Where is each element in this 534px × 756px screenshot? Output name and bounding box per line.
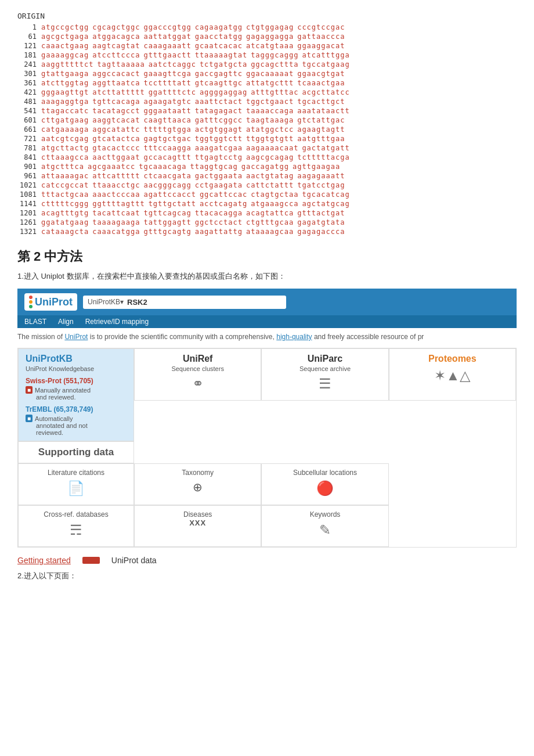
seq-bases: atgctttcaagcgaaatcctgcaaacagattaggtgcagg…	[39, 162, 356, 171]
getting-started-link[interactable]: Getting started	[17, 556, 71, 565]
nav-blast[interactable]: BLAST	[24, 318, 46, 326]
crossref-icon: ☴	[26, 522, 127, 538]
supporting-data-row: Supporting data	[18, 441, 516, 463]
seq-number: 1321	[17, 227, 39, 236]
search-dropdown[interactable]: UniProtKB▾	[88, 298, 124, 306]
nav-align[interactable]: Align	[58, 318, 74, 326]
swissprot-row: Swiss-Prot (551,705)	[26, 377, 127, 385]
supporting-data-header: Supporting data	[18, 441, 134, 463]
trembl-num: TrEMBL (65,378,749)	[26, 405, 93, 413]
trembl-row: TrEMBL (65,378,749)	[26, 405, 127, 413]
uniparc-title[interactable]: UniParc	[269, 354, 381, 364]
swissprot-desc2: and reviewed.	[36, 394, 127, 401]
seq-bases: acagtttgtgtacattcaattgttcagcagttacacagga…	[39, 208, 356, 218]
seq-number: 61	[17, 32, 39, 41]
seq-number: 241	[17, 60, 39, 69]
keywords-icon: ✎	[269, 522, 381, 538]
trembl-desc2: annotated and not	[36, 422, 127, 429]
seq-number: 1021	[17, 181, 39, 190]
nav-retrieve[interactable]: Retrieve/ID mapping	[85, 318, 149, 326]
supporting-row2: Cross-ref. databases ☴ Diseases XXX Keyw…	[18, 505, 516, 547]
getting-started-row: Getting started UniProt data	[17, 556, 517, 565]
keywords-label: Keywords	[269, 510, 381, 519]
seq-number: 361	[17, 78, 39, 88]
seq-number: 841	[17, 153, 39, 162]
search-area[interactable]: UniProtKB▾ RSK2	[83, 296, 286, 309]
mission-text: The mission of UniProt is to provide the…	[17, 333, 517, 341]
seq-number: 1	[17, 23, 39, 32]
seq-bases: ctttttcgggggttttagttttgttgctattacctcagat…	[39, 199, 356, 208]
seq-number: 1081	[17, 190, 39, 199]
step2-text: 2.进入以下页面：	[17, 571, 517, 581]
taxonomy-icon: ⊕	[142, 480, 254, 494]
trembl-desc1: Automatically	[35, 415, 73, 422]
uniref-subtitle: Sequence clusters	[142, 365, 254, 372]
seq-bases: atcttggtagaggttaatcatccttttattgtcaagttgc…	[39, 78, 356, 88]
swissprot-badge: ■	[26, 386, 33, 394]
section-heading: 第 2 中方法	[17, 248, 517, 265]
diseases-cell: Diseases XXX	[134, 505, 261, 547]
seq-bases: atgccgctggcgcagctggcggacccgtggcagaagatgg…	[39, 23, 356, 32]
uniprot-nav: BLAST Align Retrieve/ID mapping	[17, 315, 517, 328]
uniprot-logo-text: UniProt	[35, 296, 73, 308]
crossref-label: Cross-ref. databases	[26, 510, 127, 519]
uniprot-logo-dots	[29, 296, 33, 308]
seq-number: 721	[17, 134, 39, 143]
origin-label: ORIGIN	[17, 12, 517, 20]
uniprotkb-cell: UniProtKB UniProt Knowledgebase Swiss-Pr…	[18, 348, 134, 441]
uniprot-data-link[interactable]: UniProt data	[111, 556, 157, 565]
dot-red	[29, 296, 33, 299]
uniprotkb-title[interactable]: UniProtKB	[26, 354, 127, 364]
subcellular-icon: 🔴	[269, 480, 381, 496]
seq-number: 961	[17, 171, 39, 181]
subcellular-cell: Subcellular locations 🔴	[261, 463, 388, 505]
high-quality-text: high-quality	[276, 333, 312, 341]
swissprot-num: Swiss-Prot (551,705)	[26, 377, 93, 385]
proteomes-cell: Proteomes ✶▲△	[389, 348, 516, 401]
seq-bases: caaactgaagaagtcagtatcaaagaaattgcaatcacac…	[39, 41, 356, 51]
seq-bases: gaaaaggcagatccttcccagtttgaacttttaaaaagta…	[39, 51, 356, 60]
seq-bases: ttagaccatctacatagcctgggaataatttatagagact…	[39, 106, 356, 116]
seq-bases: catgaaaagaaggcatattctttttgtggaactgtggagt…	[39, 125, 356, 134]
taxonomy-cell: Taxonomy ⊕	[134, 463, 261, 505]
search-input-value[interactable]: RSK2	[127, 298, 147, 307]
subcellular-label: Subcellular locations	[269, 469, 381, 477]
trembl-badge: ■	[26, 415, 33, 422]
seq-number: 481	[17, 97, 39, 106]
seq-bases: catccgccatttaaacctgcaacgggcaggcctgaagata…	[39, 181, 356, 190]
uniprot-banner: UniProt UniProtKB▾ RSK2 BLAST Align Retr…	[17, 289, 517, 328]
uniparc-subtitle: Sequence archive	[269, 365, 381, 372]
uniparc-cell: UniParc Sequence archive ☰	[261, 348, 388, 401]
seq-number: 661	[17, 125, 39, 134]
uniprot-card: UniProtKB UniProt Knowledgebase Swiss-Pr…	[17, 348, 517, 548]
seq-bases: atgcttactggtacactccctttccaaggaaaagatcgaa…	[39, 143, 356, 153]
seq-bases: cataaagctacaaacatggagtttgcagtgaagattattg…	[39, 227, 356, 236]
diseases-icon: XXX	[142, 519, 254, 527]
red-bar	[82, 557, 100, 564]
uniprotkb-subtitle: UniProt Knowledgebase	[26, 365, 127, 372]
seq-bases: gggaagttgtatcttatttttggattttctcaggggagga…	[39, 88, 356, 97]
uniref-title[interactable]: UniRef	[142, 354, 254, 364]
step1-text: 1.进入 Uniplot 数据库，在搜索栏中直接输入要查找的基因或蛋白名称，如下…	[17, 271, 517, 282]
seq-bases: cttaaagccaaacttggaatgccacagtttttgagtcctg…	[39, 153, 356, 162]
seq-bases: cttgatgaagaaggtcacatcaagttaacagatttcggcc…	[39, 116, 356, 125]
uniprot-link[interactable]: UniProt	[64, 333, 88, 341]
crossref-cell: Cross-ref. databases ☴	[18, 505, 134, 547]
db-row1: UniProtKB UniProt Knowledgebase Swiss-Pr…	[18, 348, 516, 441]
origin-section: ORIGIN 1atgccgctggcgcagctggcggacccgtggca…	[17, 12, 517, 236]
seq-number: 541	[17, 106, 39, 116]
sequence-table: 1atgccgctggcgcagctggcggacccgtggcagaagatg…	[17, 23, 356, 236]
seq-number: 181	[17, 51, 39, 60]
seq-bases: agcgctgagaatggacagcaaattatggatgaacctatgg…	[39, 32, 356, 41]
literature-label: Literature citations	[26, 469, 127, 477]
keywords-cell: Keywords ✎	[261, 505, 388, 547]
seq-number: 1201	[17, 208, 39, 218]
seq-number: 121	[17, 41, 39, 51]
proteomes-title[interactable]: Proteomes	[396, 354, 508, 364]
taxonomy-label: Taxonomy	[142, 469, 254, 477]
seq-number: 901	[17, 162, 39, 171]
seq-number: 1141	[17, 199, 39, 208]
swissprot-desc1: Manually annotated	[35, 387, 91, 394]
diseases-label: Diseases	[142, 510, 254, 519]
dot-orange	[29, 300, 33, 304]
